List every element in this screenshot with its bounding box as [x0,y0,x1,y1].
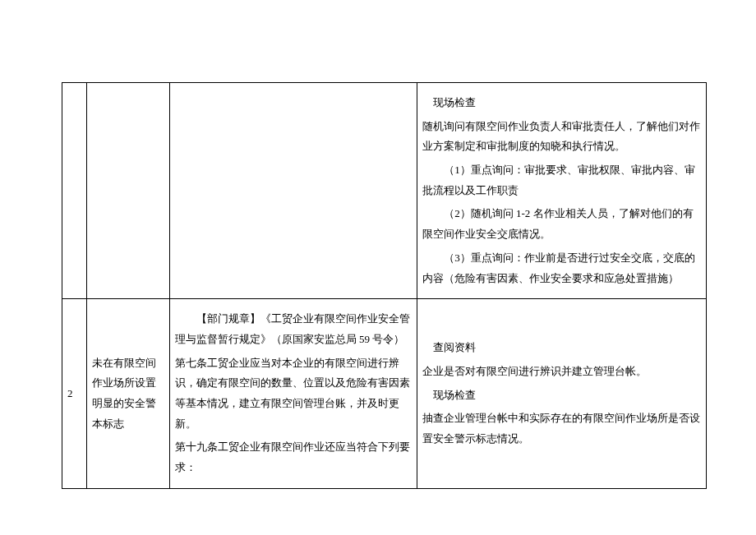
cell-method: 查阅资料 企业是否对有限空间进行辨识并建立管理台帐。 现场检查 抽查企业管理台帐… [417,299,707,489]
method-text: （3）重点询问：作业前是否进行过安全交底，交底的内容（危险有害因素、作业安全要求… [422,248,701,288]
method-text: 抽查企业管理台帐中和实际存在的有限空间作业场所是否设置安全警示标志情况。 [422,408,701,449]
method-heading: 现场检查 [422,93,701,113]
table-row: 2 未在有限空间作业场所设置明显的安全警本标志 【部门规章】《工贸企业有限空间作… [62,299,707,489]
regulation-table: 现场检查 随机询问有限空间作业负责人和审批责任人，了解他们对作业方案制定和审批制… [62,82,707,489]
cell-basis [169,83,417,299]
method-text: （2）随机询问 1-2 名作业相关人员，了解对他们的有限空间作业安全交底情况。 [422,204,701,244]
cell-item [87,83,170,299]
cell-index: 2 [62,299,87,489]
cell-basis: 【部门规章】《工贸企业有限空间作业安全管理与监督暂行规定》（原国家安监总局 59… [169,299,417,489]
basis-text: 【部门规章】《工贸企业有限空间作业安全管理与监督暂行规定》（原国家安监总局 59… [175,309,413,349]
document-page: 现场检查 随机询问有限空间作业负责人和审批责任人，了解他们对作业方案制定和审批制… [0,0,756,535]
method-heading: 现场检查 [422,385,701,406]
basis-text: 第七条工贸企业应当对本企业的有限空间进行辨识，确定有限空间的数量、位置以及危险有… [175,353,413,435]
method-heading: 查阅资料 [422,338,701,358]
cell-item: 未在有限空间作业场所设置明显的安全警本标志 [87,299,170,489]
cell-method: 现场检查 随机询问有限空间作业负责人和审批责任人，了解他们对作业方案制定和审批制… [417,83,707,299]
table-row: 现场检查 随机询问有限空间作业负责人和审批责任人，了解他们对作业方案制定和审批制… [62,83,707,299]
method-text: （1）重点询问：审批要求、审批权限、审批内容、审批流程以及工作职责 [422,160,701,201]
basis-text: 第十九条工贸企业有限空间作业还应当符合下列要求： [175,437,413,477]
cell-index [62,83,87,299]
method-text: 企业是否对有限空间进行辨识并建立管理台帐。 [422,362,701,382]
method-text: 随机询问有限空间作业负责人和审批责任人，了解他们对作业方案制定和审批制度的知晓和… [422,117,701,157]
